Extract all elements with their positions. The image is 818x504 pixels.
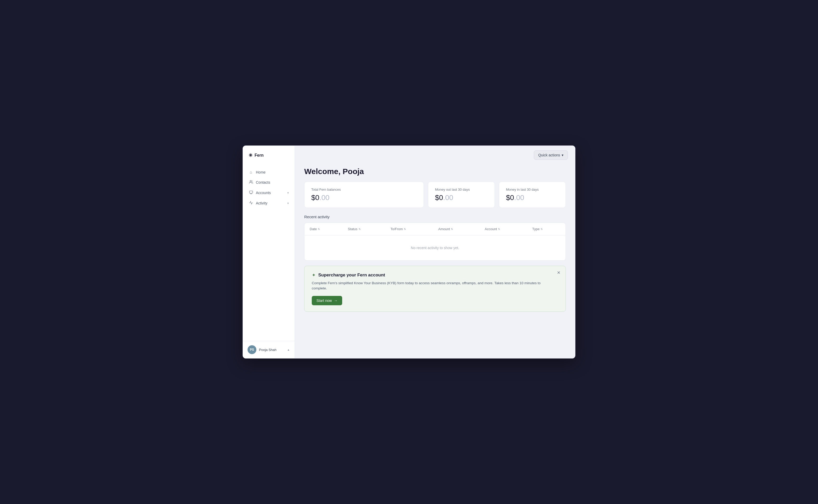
col-date[interactable]: Date ⇅: [305, 223, 343, 235]
activity-table-body: No recent activity to show yet.: [305, 235, 565, 261]
kyb-description: Complete Fern's simplified Know Your Bus…: [312, 281, 546, 291]
contacts-icon: [249, 180, 253, 185]
home-icon: ⌂: [249, 170, 253, 174]
col-amount[interactable]: Amount ⇅: [433, 223, 480, 235]
status-sort-icon: ⇅: [359, 228, 361, 230]
col-type[interactable]: Type ⇅: [527, 223, 565, 235]
balance-label-total: Total Fern balances: [311, 188, 417, 191]
activity-card: Date ⇅ Status ⇅: [304, 223, 566, 261]
col-tofrom[interactable]: To/From ⇅: [385, 223, 433, 235]
user-menu[interactable]: PS Pooja Shah ▲: [243, 341, 295, 358]
kyb-sparkle-icon: ✦: [312, 272, 316, 278]
svg-point-0: [250, 181, 251, 182]
balance-label-money-out: Money out last 30 days: [435, 188, 488, 191]
type-sort-icon: ⇅: [540, 228, 543, 230]
balance-amount-total: $0.00: [311, 194, 417, 202]
sidebar-item-home[interactable]: ⌂ Home: [243, 167, 295, 177]
col-amount-label: Amount: [438, 227, 450, 231]
close-icon: ✕: [557, 270, 560, 275]
sidebar-item-activity[interactable]: Activity ▾: [243, 198, 295, 208]
accounts-chevron: ▾: [287, 191, 289, 195]
start-now-label: Start now: [317, 299, 332, 303]
balance-amount-money-in: $0.00: [506, 194, 559, 202]
kyb-close-button[interactable]: ✕: [557, 271, 560, 275]
sidebar-item-contacts[interactable]: Contacts: [243, 177, 295, 188]
activity-chevron: ▾: [287, 202, 289, 205]
recent-activity-title: Recent activity: [304, 215, 566, 219]
col-type-label: Type: [532, 227, 539, 231]
topbar: Quick actions ▾: [295, 146, 575, 164]
balance-amount-money-out: $0.00: [435, 194, 488, 202]
col-status[interactable]: Status ⇅: [343, 223, 385, 235]
quick-actions-label: Quick actions: [538, 153, 560, 157]
start-now-arrow-icon: →: [334, 299, 338, 303]
main-area: Quick actions ▾ Welcome, Pooja Total Fer…: [295, 146, 575, 358]
app-logo: ✳ Fern: [243, 146, 295, 165]
balance-label-money-in: Money in last 30 days: [506, 188, 559, 191]
amount-sort-icon: ⇅: [451, 228, 453, 230]
tofrom-sort-icon: ⇅: [404, 228, 406, 230]
empty-state-message: No recent activity to show yet.: [411, 246, 459, 250]
col-account-label: Account: [485, 227, 497, 231]
quick-actions-chevron-icon: ▾: [562, 153, 563, 157]
logo-icon: ✳: [249, 152, 253, 158]
content-area: Welcome, Pooja Total Fern balances $0.00…: [295, 164, 575, 358]
date-sort-icon: ⇅: [318, 228, 320, 230]
sidebar-item-accounts[interactable]: Accounts ▾: [243, 188, 295, 198]
balance-cards: Total Fern balances $0.00 Money out last…: [304, 182, 566, 208]
sidebar-label-accounts: Accounts: [256, 191, 271, 195]
kyb-title: Supercharge your Fern account: [318, 273, 385, 278]
user-chevron-icon: ▲: [287, 348, 290, 351]
start-now-button[interactable]: Start now →: [312, 296, 342, 305]
user-name: Pooja Shah: [259, 348, 285, 352]
avatar: PS: [248, 345, 256, 354]
accounts-icon: [249, 190, 253, 195]
col-account[interactable]: Account ⇅: [479, 223, 527, 235]
svg-rect-1: [249, 191, 253, 193]
kyb-banner: ✦ Supercharge your Fern account Complete…: [304, 266, 566, 312]
recent-activity-section: Recent activity Date ⇅: [304, 215, 566, 261]
balance-card-total: Total Fern balances $0.00: [304, 182, 424, 208]
sidebar-label-activity: Activity: [256, 201, 267, 205]
app-window: ✳ Fern ⌂ Home: [243, 145, 575, 359]
col-date-label: Date: [310, 227, 317, 231]
sidebar-label-home: Home: [256, 170, 266, 174]
activity-icon: [249, 201, 253, 205]
empty-state-row: No recent activity to show yet.: [305, 235, 565, 261]
col-tofrom-label: To/From: [391, 227, 403, 231]
quick-actions-button[interactable]: Quick actions ▾: [534, 150, 568, 160]
sidebar-label-contacts: Contacts: [256, 180, 270, 184]
activity-table-head: Date ⇅ Status ⇅: [305, 223, 565, 235]
page-title: Welcome, Pooja: [304, 167, 566, 176]
sidebar: ✳ Fern ⌂ Home: [243, 146, 295, 358]
activity-table: Date ⇅ Status ⇅: [305, 223, 565, 260]
sidebar-nav: ⌂ Home Contacts: [243, 165, 295, 341]
balance-card-money-in: Money in last 30 days $0.00: [499, 182, 566, 208]
balance-card-money-out: Money out last 30 days $0.00: [428, 182, 495, 208]
col-status-label: Status: [348, 227, 358, 231]
account-sort-icon: ⇅: [498, 228, 500, 230]
app-name: Fern: [255, 153, 264, 158]
